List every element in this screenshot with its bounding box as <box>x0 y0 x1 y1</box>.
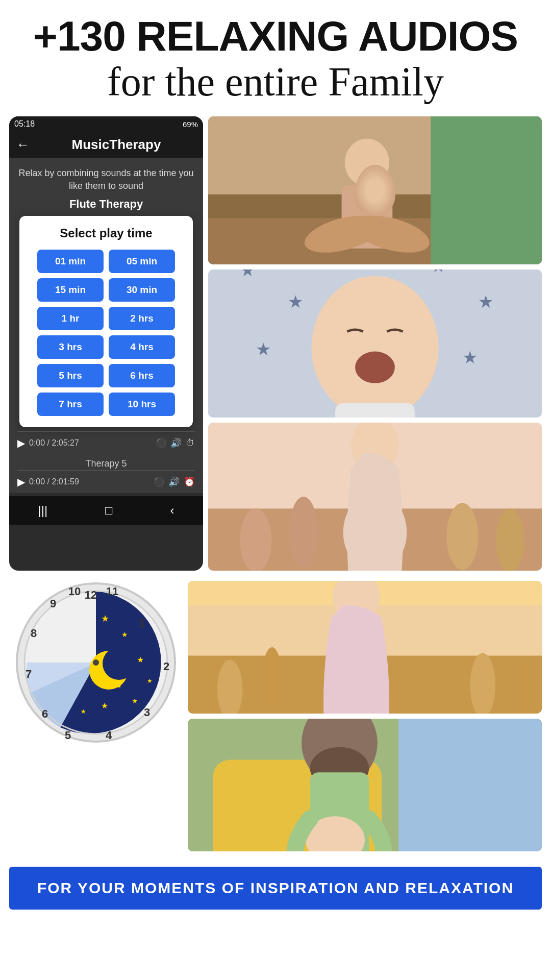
svg-text:★: ★ <box>137 655 144 664</box>
svg-text:2: 2 <box>163 660 169 673</box>
time-btn-10hrs[interactable]: 10 hrs <box>109 393 175 416</box>
svg-point-26 <box>446 503 478 570</box>
timer-icon-4[interactable]: ⏱ <box>186 438 195 449</box>
svg-point-24 <box>240 508 271 571</box>
time-btn-01min[interactable]: 01 min <box>37 250 104 273</box>
photo-grid-right: ★ ★ ★ ★ ★ ★ ★ ★ <box>208 116 542 571</box>
svg-point-18 <box>311 276 438 418</box>
svg-text:★: ★ <box>431 270 446 276</box>
headline-script: for the entire Family <box>10 57 541 106</box>
svg-text:★: ★ <box>147 677 153 684</box>
svg-text:★: ★ <box>101 614 109 624</box>
svg-point-42 <box>103 647 135 680</box>
track-row-4: ▶ 0:00 / 2:05:27 ⚫ 🔊 ⏱ <box>17 431 195 454</box>
phone-bottom-nav: ||| □ ‹ <box>9 496 203 525</box>
play-icon-5[interactable]: ▶ <box>17 476 25 488</box>
photo-pregnant <box>208 423 542 571</box>
time-btn-5hrs[interactable]: 5 hrs <box>37 364 104 387</box>
svg-text:5: 5 <box>65 729 71 742</box>
svg-point-4 <box>345 139 389 186</box>
time-btn-4hrs[interactable]: 4 hrs <box>109 335 175 359</box>
modal-title: Select play time <box>28 226 185 240</box>
svg-point-27 <box>496 508 524 571</box>
svg-text:12: 12 <box>85 589 97 601</box>
svg-point-62 <box>262 647 282 714</box>
nav-menu-icon[interactable]: ||| <box>38 503 47 518</box>
volume-icon-4[interactable]: 🔊 <box>170 437 182 449</box>
svg-text:★: ★ <box>121 630 128 639</box>
svg-point-56 <box>93 659 99 666</box>
svg-text:4: 4 <box>106 729 112 742</box>
track-time-4: 0:00 / 2:05:27 <box>29 438 151 448</box>
svg-rect-2 <box>431 116 542 264</box>
photo-pregnant2 <box>188 581 542 714</box>
bottom-section: ★ ★ ★ ★ ★ ★ ★ ★ ★ 12 1 2 3 4 5 6 7 8 9 1… <box>0 571 551 862</box>
status-time: 05:18 <box>14 119 35 129</box>
nav-bar: ← MusicTherapy <box>9 132 203 158</box>
svg-rect-20 <box>335 403 415 418</box>
time-btn-15min[interactable]: 15 min <box>37 278 104 302</box>
svg-text:★: ★ <box>240 270 255 280</box>
headline-bold: +130 RELAXING AUDIOS <box>10 15 541 57</box>
nav-back-icon[interactable]: ‹ <box>170 503 174 518</box>
nav-title: MusicTherapy <box>37 137 196 153</box>
phone-mockup: 05:18 69% ← MusicTherapy Relax by combin… <box>9 116 203 571</box>
status-bar: 05:18 69% <box>9 116 203 132</box>
status-battery: 69% <box>183 120 198 129</box>
svg-text:3: 3 <box>144 706 150 719</box>
main-content: 05:18 69% ← MusicTherapy Relax by combin… <box>0 116 551 571</box>
phone-track-title: Flute Therapy <box>17 198 195 211</box>
svg-point-25 <box>289 497 318 568</box>
volume-icon-5[interactable]: 🔊 <box>168 476 180 487</box>
track-time-5: 0:00 / 2:01:59 <box>29 477 149 486</box>
play-icon-4[interactable]: ▶ <box>17 437 25 449</box>
svg-text:★: ★ <box>335 270 350 272</box>
time-btn-2hrs[interactable]: 2 hrs <box>109 307 175 330</box>
therapy5-label: Therapy 5 <box>17 454 195 470</box>
svg-text:★: ★ <box>81 708 86 715</box>
time-btn-6hrs[interactable]: 6 hrs <box>109 364 175 387</box>
time-buttons-grid: 01 min 05 min 15 min 30 min 1 hr 2 hrs 3… <box>28 250 185 416</box>
bottom-photos <box>188 581 542 851</box>
svg-text:★: ★ <box>256 339 271 359</box>
dot-icon-4: ⚫ <box>155 437 166 449</box>
svg-text:7: 7 <box>26 668 32 680</box>
track-row-5: ▶ 0:00 / 2:01:59 ⚫ 🔊 ⏰ <box>17 470 195 493</box>
phone-body: Relax by combining sounds at the time yo… <box>9 158 203 493</box>
svg-text:6: 6 <box>42 707 48 720</box>
time-btn-1hr[interactable]: 1 hr <box>37 307 104 330</box>
photo-dad2 <box>188 719 542 851</box>
footer-banner: FOR YOUR MOMENTS OF INSPIRATION AND RELA… <box>9 867 542 910</box>
svg-point-19 <box>355 352 395 383</box>
svg-text:9: 9 <box>50 597 56 610</box>
svg-text:11: 11 <box>106 585 118 598</box>
svg-text:★: ★ <box>101 701 108 710</box>
phone-subtitle: Relax by combining sounds at the time yo… <box>17 167 195 192</box>
svg-text:★: ★ <box>478 292 493 311</box>
timer-icon-5[interactable]: ⏰ <box>184 476 195 487</box>
time-btn-05min[interactable]: 05 min <box>109 250 175 273</box>
svg-text:8: 8 <box>31 627 37 640</box>
footer-text: FOR YOUR MOMENTS OF INSPIRATION AND RELA… <box>16 879 535 897</box>
clock-svg: ★ ★ ★ ★ ★ ★ ★ ★ ★ 12 1 2 3 4 5 6 7 8 9 1… <box>14 581 178 744</box>
back-button[interactable]: ← <box>16 137 30 153</box>
time-btn-3hrs[interactable]: 3 hrs <box>37 335 104 359</box>
photo-meditation <box>208 116 542 264</box>
svg-point-29 <box>343 493 407 571</box>
dot-icon-5: ⚫ <box>153 476 164 487</box>
header-section: +130 RELAXING AUDIOS for the entire Fami… <box>0 0 551 116</box>
photo-baby: ★ ★ ★ ★ ★ ★ ★ ★ <box>208 270 542 418</box>
play-time-modal: Select play time 01 min 05 min 15 min 30… <box>19 216 193 427</box>
svg-text:★: ★ <box>462 348 478 367</box>
svg-text:10: 10 <box>68 585 81 598</box>
time-btn-7hrs[interactable]: 7 hrs <box>37 393 104 416</box>
clock-container: ★ ★ ★ ★ ★ ★ ★ ★ ★ 12 1 2 3 4 5 6 7 8 9 1… <box>9 581 183 744</box>
svg-text:1: 1 <box>139 617 145 629</box>
time-btn-30min[interactable]: 30 min <box>109 278 175 302</box>
svg-rect-69 <box>398 719 542 851</box>
svg-text:★: ★ <box>132 697 138 705</box>
svg-text:★: ★ <box>288 292 303 311</box>
nav-home-icon[interactable]: □ <box>105 503 113 518</box>
